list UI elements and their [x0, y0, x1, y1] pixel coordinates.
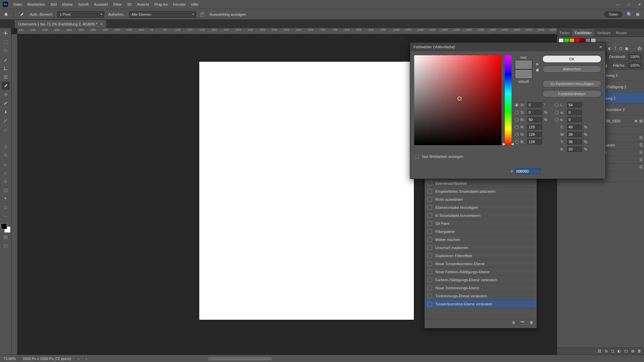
eyedropper-tool-icon[interactable] — [18, 10, 26, 18]
menu-auswahl[interactable]: Auswahl — [94, 2, 108, 6]
webonly-checkbox[interactable] — [415, 155, 419, 159]
wand-tool[interactable] — [2, 56, 10, 64]
healing-tool[interactable] — [2, 90, 10, 99]
path-select-tool[interactable] — [2, 178, 10, 186]
history-item[interactable]: Ebenensichtbarkeit — [425, 179, 537, 187]
snapshot-icon[interactable]: 📷 — [520, 320, 525, 325]
radio-r[interactable] — [515, 125, 519, 129]
history-item[interactable]: Neue Tonwertkorrektur-Ebene — [425, 260, 537, 268]
frame-tool[interactable] — [2, 73, 10, 81]
radio-a[interactable] — [555, 111, 558, 114]
history-item[interactable]: Tonwertkorrektur-Ebene verändern — [425, 300, 537, 308]
input-k[interactable] — [567, 146, 582, 152]
doc-info-chevron-icon[interactable]: › — [78, 357, 79, 361]
radio-h[interactable] — [515, 103, 519, 107]
radio-s[interactable] — [515, 111, 519, 114]
menu-fenster[interactable]: Fenster — [173, 2, 185, 6]
edit-toolbar[interactable]: ⋯ — [2, 213, 10, 221]
create-document-icon[interactable]: 🗎 — [512, 320, 516, 325]
input-y[interactable] — [567, 139, 582, 144]
tab-muster[interactable]: Muster — [613, 29, 630, 37]
menu-schrift[interactable]: Schrift — [78, 2, 89, 6]
layer-mask-icon[interactable]: ◻ — [611, 349, 614, 353]
color-picker-titlebar[interactable]: Farbwähler (Volltonfarbe) ✕ — [410, 43, 605, 51]
tab-verlaufe[interactable]: Verläufe — [594, 29, 613, 37]
history-item[interactable]: Tontrennungs-Ebene verändern — [425, 292, 537, 300]
delete-state-icon[interactable]: 🗑 — [530, 320, 533, 325]
shape-tool[interactable] — [2, 186, 10, 194]
group-icon[interactable]: 🗀 — [624, 349, 628, 353]
history-item[interactable]: Farbton-/Sättigungs-Ebene verändern — [425, 276, 537, 284]
history-item[interactable]: Neue Tontrennungs-Ebene — [425, 284, 537, 292]
color-field[interactable] — [414, 55, 501, 145]
workspace-icon[interactable]: ▦ — [636, 12, 641, 16]
input-r[interactable] — [527, 124, 542, 130]
add-to-library-icon[interactable]: ⊕ — [536, 62, 539, 66]
menu-3d[interactable]: 3D — [127, 2, 131, 6]
stamp-tool[interactable] — [2, 108, 10, 116]
close-icon[interactable]: ✕ — [637, 2, 641, 7]
radio-b2[interactable] — [555, 118, 558, 122]
layer-style-icon[interactable]: fx — [605, 349, 608, 353]
input-h[interactable] — [527, 102, 542, 108]
input-l[interactable] — [567, 102, 582, 108]
search-icon[interactable]: 🔍 — [627, 12, 632, 17]
history-item[interactable]: Duplizieren Filtereffekt — [425, 252, 537, 260]
cancel-button[interactable]: Abbrechen — [542, 65, 601, 73]
crop-tool[interactable] — [2, 64, 10, 72]
radio-l[interactable] — [555, 103, 558, 107]
color-field-cursor[interactable] — [458, 97, 462, 101]
filter-shape-icon[interactable]: ◻ — [619, 46, 622, 51]
filter-smart-icon[interactable]: ▣ — [625, 46, 628, 51]
filter-toggle-icon[interactable]: ⏻ — [638, 46, 641, 51]
new-layer-icon[interactable]: ⊞ — [631, 349, 634, 353]
eraser-tool[interactable] — [2, 125, 10, 133]
foreground-background-colors[interactable] — [1, 223, 10, 233]
document-tab-close-icon[interactable]: × — [100, 22, 103, 26]
filter-options-icon[interactable]: ☰ — [639, 135, 643, 140]
home-icon[interactable] — [3, 11, 9, 18]
filter-icon[interactable]: ▤ — [639, 119, 643, 123]
blur-tool[interactable] — [2, 143, 10, 151]
input-bv[interactable] — [527, 117, 542, 122]
history-item[interactable]: Neue Farbton-/Sättigungs-Ebene — [425, 268, 537, 276]
move-tool[interactable] — [2, 29, 10, 38]
history-list[interactable]: Ebenen gruppierenEbenensichtbarkeitEinge… — [425, 171, 537, 319]
radio-b[interactable] — [515, 118, 519, 122]
filter-options-icon[interactable]: ☰ — [639, 150, 643, 155]
history-item[interactable]: Unscharf maskieren — [425, 244, 537, 252]
screenmode-toggle[interactable] — [2, 242, 10, 250]
delete-layer-icon[interactable]: 🗑 — [638, 349, 641, 353]
sample-size-select[interactable]: 1 Pixel▾ — [57, 11, 104, 18]
cube-icon[interactable]: ▣ — [536, 68, 539, 72]
menu-plugins[interactable]: Plug-ins — [154, 2, 168, 6]
doc-info[interactable]: 2000 Px x 2000 Px (72 ppcm) — [22, 357, 71, 361]
radio-g[interactable] — [515, 133, 519, 136]
type-tool[interactable]: T — [2, 169, 10, 177]
history-brush-tool[interactable] — [2, 117, 10, 125]
zoom-tool[interactable] — [2, 204, 10, 212]
menu-ebene[interactable]: Ebene — [62, 2, 73, 6]
filter-adjust-icon[interactable]: ◐ — [608, 46, 611, 51]
brush-tool[interactable] — [2, 99, 10, 107]
fill-value[interactable]: 100% — [629, 63, 641, 68]
filter-options-icon[interactable]: ☰ — [639, 143, 643, 147]
radio-bc[interactable] — [515, 140, 519, 144]
menu-filter[interactable]: Filter — [113, 2, 121, 6]
history-item[interactable]: Filtergalerie — [425, 228, 537, 236]
opacity-value[interactable]: 100% — [629, 54, 641, 59]
horizontal-scrollbar[interactable] — [208, 357, 272, 360]
lasso-tool[interactable] — [2, 47, 10, 55]
filter-options-icon[interactable]: ☰ — [639, 165, 643, 169]
input-m[interactable] — [567, 132, 582, 137]
eyedropper-tool[interactable] — [2, 82, 10, 90]
input-bc[interactable] — [527, 139, 542, 144]
menu-hilfe[interactable]: Hilfe — [191, 2, 198, 6]
maximize-icon[interactable]: □ — [627, 2, 631, 7]
input-b2[interactable] — [567, 117, 582, 122]
pen-tool[interactable] — [2, 160, 10, 168]
hex-input[interactable] — [515, 169, 540, 174]
history-item[interactable]: Matter machen — [425, 236, 537, 244]
history-item[interactable]: Ebenenmaske hinzufügen — [425, 203, 537, 212]
current-color-swatch[interactable] — [515, 69, 532, 79]
